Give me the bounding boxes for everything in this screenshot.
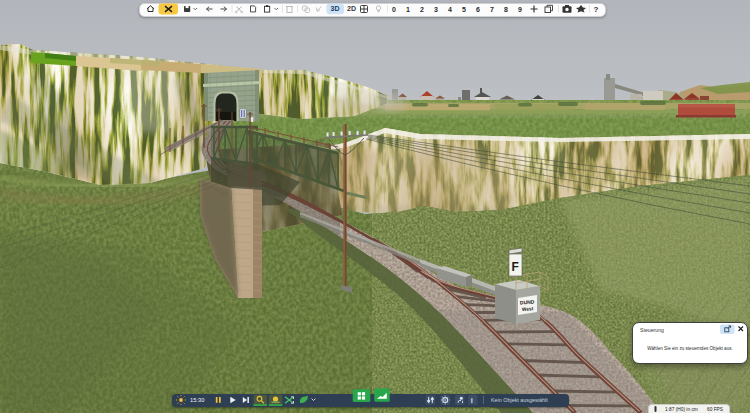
- svg-text:7: 7: [490, 5, 494, 12]
- svg-text:West: West: [522, 306, 534, 312]
- svg-text:6: 6: [476, 5, 480, 12]
- svg-text:15:30: 15:30: [190, 397, 205, 403]
- svg-text:F: F: [512, 260, 519, 274]
- svg-text:1:87 (H0) in cm: 1:87 (H0) in cm: [665, 407, 698, 412]
- svg-text:Kein Objekt ausgewählt: Kein Objekt ausgewählt: [491, 397, 548, 403]
- svg-text:i: i: [471, 396, 473, 405]
- svg-text:3: 3: [434, 5, 438, 12]
- svg-text:4: 4: [448, 5, 452, 12]
- svg-text:3D: 3D: [331, 5, 340, 12]
- svg-text:60 FPS: 60 FPS: [707, 407, 723, 412]
- svg-text:2D: 2D: [347, 5, 356, 12]
- svg-text:9: 9: [518, 5, 522, 12]
- svg-text:8: 8: [504, 5, 508, 12]
- svg-text:?: ?: [594, 4, 599, 13]
- svg-text:Wählen Sie ein zu steuerndes O: Wählen Sie ein zu steuerndes Objekt aus.: [647, 345, 733, 350]
- svg-text:5: 5: [462, 5, 466, 12]
- svg-text:2: 2: [420, 5, 424, 12]
- svg-text:1: 1: [406, 5, 410, 12]
- svg-text:Steuerung: Steuerung: [640, 326, 664, 332]
- svg-text:DUND: DUND: [520, 298, 535, 305]
- svg-text:0: 0: [392, 5, 396, 12]
